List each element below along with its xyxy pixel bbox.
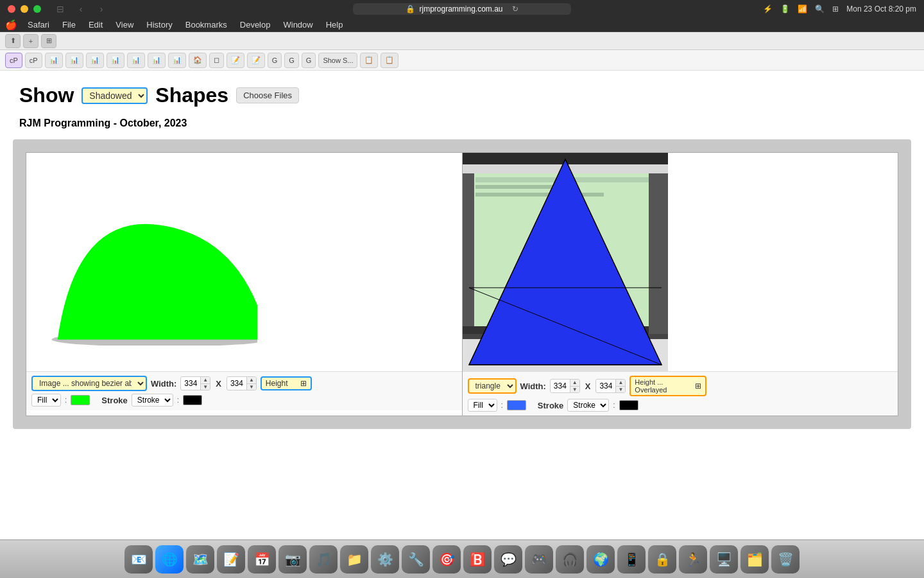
right-width-up[interactable]: ▲ bbox=[570, 380, 579, 387]
left-width-down[interactable]: ▼ bbox=[201, 384, 210, 390]
maximize-button[interactable] bbox=[33, 5, 41, 13]
left-stroke-select[interactable]: Stroke bbox=[132, 394, 173, 407]
menu-view[interactable]: View bbox=[110, 18, 139, 32]
choose-files-button[interactable]: Choose Files bbox=[236, 87, 299, 103]
new-tab-button[interactable]: + bbox=[23, 34, 38, 48]
menu-develop[interactable]: Develop bbox=[235, 18, 276, 32]
dock-mail[interactable]: 📧 bbox=[124, 545, 153, 574]
left-height-up[interactable]: ▲ bbox=[247, 377, 256, 384]
bookmark-show-s[interactable]: Show S... bbox=[318, 53, 357, 68]
dock-music[interactable]: 🎵 bbox=[309, 545, 338, 574]
left-height-num-spinner[interactable]: 334 ▲ ▼ bbox=[227, 376, 257, 390]
bookmark-cp-2[interactable]: cP bbox=[25, 53, 42, 68]
right-fill-color-swatch[interactable] bbox=[507, 400, 526, 410]
style-select[interactable]: Shadowed bbox=[81, 87, 148, 104]
left-width-up[interactable]: ▲ bbox=[201, 377, 210, 384]
traffic-lights[interactable] bbox=[8, 5, 41, 13]
menu-help[interactable]: Help bbox=[321, 18, 348, 32]
sidebar-toggle[interactable]: ⊟ bbox=[51, 2, 69, 16]
dock-app1[interactable]: ⚙️ bbox=[371, 545, 399, 574]
right-stroke-label: Stroke bbox=[538, 401, 563, 410]
left-width-spinner[interactable]: 334 ▲ ▼ bbox=[180, 376, 210, 390]
share-button[interactable]: ⬆ bbox=[5, 34, 21, 48]
bookmark-6[interactable]: 📊 bbox=[107, 53, 124, 68]
dock-maps[interactable]: 🗺️ bbox=[186, 545, 214, 574]
bookmark-g2[interactable]: G bbox=[284, 53, 299, 68]
menu-edit[interactable]: Edit bbox=[83, 18, 108, 32]
menu-window[interactable]: Window bbox=[278, 18, 318, 32]
dock-app4[interactable]: 🅱️ bbox=[463, 545, 492, 574]
right-width-spinner[interactable]: 334 ▲ ▼ bbox=[550, 379, 580, 393]
dock-app6[interactable]: 🎧 bbox=[556, 545, 584, 574]
dock-notes[interactable]: 📝 bbox=[217, 545, 245, 574]
url-text[interactable]: rjmprogramming.com.au bbox=[419, 4, 502, 13]
dock-app5[interactable]: 🎮 bbox=[525, 545, 553, 574]
right-height-input[interactable]: Height ... Overlayed ⊞ bbox=[629, 376, 706, 396]
search-icon[interactable]: 🔍 bbox=[815, 4, 825, 13]
close-button[interactable] bbox=[8, 5, 15, 13]
right-height-num-spinner[interactable]: 334 ▲ ▼ bbox=[595, 379, 626, 393]
bookmark-13[interactable]: 📝 bbox=[247, 53, 265, 68]
left-shape-select[interactable]: Image ... showing bezier above bbox=[31, 376, 147, 391]
bookmark-5[interactable]: 📊 bbox=[86, 53, 104, 68]
bookmark-7[interactable]: 📊 bbox=[127, 53, 145, 68]
url-bar-container: 🔒 rjmprogramming.com.au ↻ bbox=[353, 3, 571, 15]
left-stroke-color-swatch[interactable] bbox=[183, 395, 202, 405]
bookmark-11[interactable]: ◻ bbox=[209, 53, 224, 68]
dock-app11[interactable]: 🖥️ bbox=[710, 545, 738, 574]
dock-safari[interactable]: 🌐 bbox=[155, 545, 184, 574]
menu-file[interactable]: File bbox=[57, 18, 81, 32]
right-height-label: Height ... Overlayed bbox=[635, 378, 695, 394]
menu-safari[interactable]: Safari bbox=[22, 18, 55, 32]
tab-overview-button[interactable]: ⊞ bbox=[41, 34, 56, 48]
left-fill-color-swatch[interactable] bbox=[71, 395, 90, 405]
dock-photos[interactable]: 📷 bbox=[278, 545, 307, 574]
menu-bookmarks[interactable]: Bookmarks bbox=[180, 18, 232, 32]
right-control-row-1: triangle Width: 334 ▲ ▼ X 334 bbox=[468, 376, 893, 396]
bookmark-cp-1[interactable]: cP bbox=[5, 53, 22, 68]
dock-app3[interactable]: 🎯 bbox=[432, 545, 461, 574]
bookmark-19[interactable]: 📋 bbox=[381, 53, 398, 68]
dock-filezilla[interactable]: 📁 bbox=[340, 545, 368, 574]
minimize-button[interactable] bbox=[21, 5, 28, 13]
right-shape-select[interactable]: triangle bbox=[468, 378, 517, 394]
dock-finder[interactable]: 🗂️ bbox=[740, 545, 769, 574]
bookmark-8[interactable]: 📊 bbox=[148, 53, 166, 68]
lock-icon: 🔒 bbox=[406, 4, 415, 13]
url-bar[interactable]: 🔒 rjmprogramming.com.au ↻ bbox=[353, 3, 571, 15]
bookmark-3[interactable]: 📊 bbox=[45, 53, 63, 68]
canvas-inner: Image ... showing bezier above Width: 33… bbox=[26, 152, 898, 416]
left-fill-select[interactable]: Fill bbox=[31, 394, 61, 407]
dock-app7[interactable]: 🌍 bbox=[586, 545, 615, 574]
right-width-down[interactable]: ▼ bbox=[570, 387, 579, 393]
back-button[interactable]: ‹ bbox=[72, 2, 90, 16]
dock-app9[interactable]: 🔒 bbox=[648, 545, 676, 574]
right-stroke-select[interactable]: Stroke bbox=[567, 399, 609, 412]
dock-calendar[interactable]: 📅 bbox=[248, 545, 276, 574]
bookmark-9[interactable]: 📊 bbox=[168, 53, 186, 68]
right-fill-select[interactable]: Fill bbox=[468, 399, 497, 412]
dock-trash[interactable]: 🗑️ bbox=[771, 545, 800, 574]
reload-icon[interactable]: ↻ bbox=[512, 4, 518, 13]
bookmark-home[interactable]: 🏠 bbox=[189, 53, 207, 68]
dock-app2[interactable]: 🔧 bbox=[402, 545, 430, 574]
control-center-icon[interactable]: ⊞ bbox=[832, 4, 839, 13]
apple-menu[interactable]: 🍎 bbox=[5, 19, 17, 31]
bookmark-18[interactable]: 📋 bbox=[360, 53, 378, 68]
right-height-up[interactable]: ▲ bbox=[616, 380, 625, 387]
bookmark-4[interactable]: 📊 bbox=[65, 53, 83, 68]
forward-button[interactable]: › bbox=[92, 2, 110, 16]
right-height-down[interactable]: ▼ bbox=[616, 387, 625, 393]
bookmark-g3[interactable]: G bbox=[302, 53, 316, 68]
bookmark-12[interactable]: 📝 bbox=[227, 53, 244, 68]
toolbar: ⬆ + ⊞ bbox=[0, 32, 924, 50]
dock-app8[interactable]: 📱 bbox=[617, 545, 646, 574]
left-canvas-panel: Image ... showing bezier above Width: 33… bbox=[26, 153, 463, 416]
left-height-input[interactable]: Height ⊞ bbox=[261, 376, 312, 390]
dock-zoom[interactable]: 💬 bbox=[494, 545, 522, 574]
bookmark-g1[interactable]: G bbox=[268, 53, 282, 68]
menu-history[interactable]: History bbox=[141, 18, 177, 32]
left-height-down[interactable]: ▼ bbox=[247, 384, 256, 390]
dock-app10[interactable]: 🏃 bbox=[679, 545, 707, 574]
right-stroke-color-swatch[interactable] bbox=[619, 400, 638, 410]
